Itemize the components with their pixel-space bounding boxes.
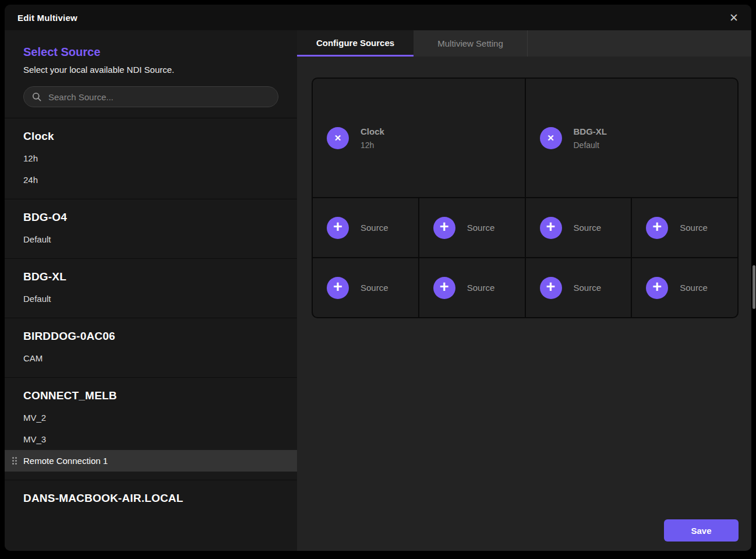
- dialog-header: Edit Multiview ✕: [5, 5, 751, 30]
- source-group-dans-macbook: DANS-MACBOOK-AIR.LOCAL: [5, 480, 297, 518]
- remove-source-button[interactable]: ✕: [327, 127, 349, 149]
- scrollbar-thumb[interactable]: [753, 265, 755, 309]
- grid-cell-filled[interactable]: ✕ Clock 12h: [313, 79, 525, 197]
- tab-configure-sources[interactable]: Configure Sources: [297, 30, 414, 57]
- grid-cell-filled[interactable]: ✕ BDG-XL Default: [526, 79, 738, 197]
- add-source-button[interactable]: +: [540, 277, 562, 299]
- search-input[interactable]: [23, 86, 278, 107]
- source-item-label: Remote Connection 1: [23, 456, 108, 466]
- source-item[interactable]: 12h: [5, 147, 297, 169]
- add-source-button[interactable]: +: [433, 277, 455, 299]
- grid-cell-empty[interactable]: + Source: [313, 258, 418, 317]
- configure-sources-content: ✕ Clock 12h ✕ BDG-XL Default: [297, 57, 751, 551]
- cell-label: Source: [361, 283, 388, 293]
- source-group-name: CONNECT_MELB: [5, 384, 297, 407]
- source-group-connect-melb: CONNECT_MELB MV_2 MV_3 Remote Connection…: [5, 377, 297, 480]
- cell-subtitle: Default: [574, 140, 607, 150]
- grid-cell-empty[interactable]: + Source: [526, 198, 631, 257]
- source-item[interactable]: Default: [5, 288, 297, 310]
- source-item[interactable]: Default: [5, 228, 297, 250]
- cell-text: BDG-XL Default: [574, 126, 607, 150]
- plus-icon: +: [652, 219, 662, 235]
- add-source-button[interactable]: +: [433, 217, 455, 239]
- plus-icon: +: [652, 279, 662, 295]
- plus-icon: +: [333, 219, 342, 235]
- source-item[interactable]: MV_2: [5, 407, 297, 428]
- source-group-bdg-o4: BDG-O4 Default: [5, 199, 297, 258]
- source-group-name: BIRDDOG-0AC06: [5, 324, 297, 347]
- source-group-birddog: BIRDDOG-0AC06 CAM: [5, 318, 297, 377]
- plus-icon: +: [440, 219, 449, 235]
- remove-icon: ✕: [334, 133, 342, 142]
- source-group-clock: Clock 12h 24h: [5, 118, 297, 199]
- add-source-button[interactable]: +: [646, 277, 668, 299]
- plus-icon: +: [546, 279, 556, 295]
- grid-cell-empty[interactable]: + Source: [419, 258, 525, 317]
- tab-multiview-setting[interactable]: Multiview Setting: [414, 30, 528, 57]
- dialog-title: Edit Multiview: [17, 13, 77, 23]
- multiview-grid: ✕ Clock 12h ✕ BDG-XL Default: [312, 78, 739, 318]
- grid-cell-empty[interactable]: + Source: [419, 198, 525, 257]
- close-icon[interactable]: ✕: [729, 12, 739, 23]
- dialog-body: Select Source Select your local availabl…: [5, 30, 751, 551]
- cell-subtitle: 12h: [361, 140, 384, 150]
- grid-cell-empty[interactable]: + Source: [313, 198, 418, 257]
- save-button[interactable]: Save: [664, 519, 739, 542]
- search-icon: [32, 92, 41, 101]
- cell-label: Source: [467, 223, 495, 233]
- source-item[interactable]: MV_3: [5, 428, 297, 450]
- cell-title: Clock: [361, 126, 384, 136]
- add-source-button[interactable]: +: [646, 217, 668, 239]
- multiview-panel: Configure Sources Multiview Setting ✕ Cl…: [297, 30, 751, 551]
- grid-cell-empty[interactable]: + Source: [632, 198, 737, 257]
- plus-icon: +: [546, 219, 556, 235]
- plus-icon: +: [333, 279, 342, 295]
- select-source-subheading: Select your local available NDI Source.: [23, 65, 278, 75]
- add-source-button[interactable]: +: [540, 217, 562, 239]
- cell-title: BDG-XL: [574, 126, 607, 136]
- grid-cell-empty[interactable]: + Source: [526, 258, 631, 317]
- cell-label: Source: [680, 283, 708, 293]
- source-item[interactable]: 24h: [5, 169, 297, 191]
- plus-icon: +: [440, 279, 449, 295]
- source-group-bdg-xl: BDG-XL Default: [5, 258, 297, 318]
- sidebar-head: Select Source Select your local availabl…: [5, 30, 297, 107]
- search-box: [23, 86, 278, 107]
- source-sidebar: Select Source Select your local availabl…: [5, 30, 297, 551]
- add-source-button[interactable]: +: [327, 217, 349, 239]
- add-source-button[interactable]: +: [327, 277, 349, 299]
- source-group-name: BDG-O4: [5, 205, 297, 228]
- source-item[interactable]: CAM: [5, 347, 297, 369]
- cell-label: Source: [574, 223, 602, 233]
- edit-multiview-dialog: Edit Multiview ✕ Select Source Select yo…: [5, 5, 751, 551]
- source-group-name: BDG-XL: [5, 265, 297, 288]
- drag-handle-icon[interactable]: [12, 457, 18, 465]
- cell-label: Source: [467, 283, 495, 293]
- cell-text: Clock 12h: [361, 126, 384, 150]
- source-group-name: Clock: [5, 124, 297, 147]
- cell-label: Source: [361, 223, 388, 233]
- cell-label: Source: [680, 223, 708, 233]
- remove-source-button[interactable]: ✕: [540, 127, 562, 149]
- remove-icon: ✕: [547, 133, 554, 142]
- source-item-selected[interactable]: Remote Connection 1: [5, 450, 297, 472]
- tab-bar: Configure Sources Multiview Setting: [297, 30, 751, 57]
- source-group-name: DANS-MACBOOK-AIR.LOCAL: [5, 486, 297, 509]
- cell-label: Source: [574, 283, 602, 293]
- select-source-heading: Select Source: [23, 45, 278, 59]
- grid-cell-empty[interactable]: + Source: [632, 258, 737, 317]
